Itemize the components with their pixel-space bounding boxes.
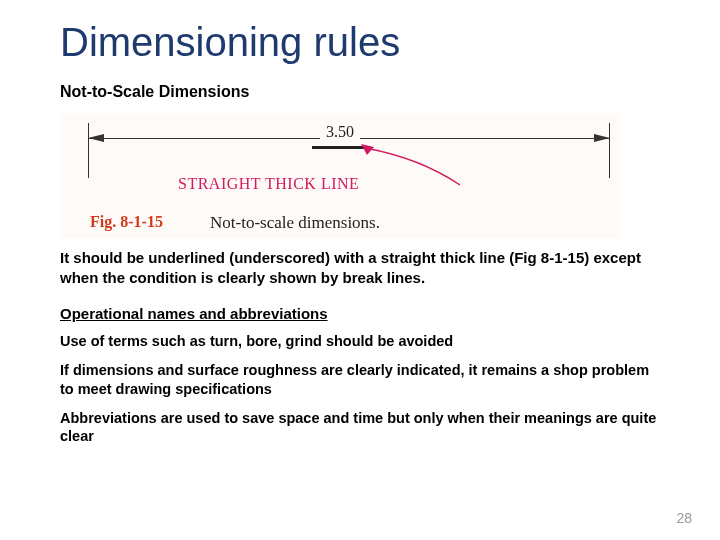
bullet-1: Use of terms such as turn, bore, grind s… — [0, 322, 720, 351]
straight-thick-line-label: STRAIGHT THICK LINE — [178, 175, 359, 193]
dimension-value: 3.50 — [320, 123, 360, 141]
page-title: Dimensioning rules — [0, 0, 720, 65]
page-number: 28 — [676, 510, 692, 526]
leader-arrow-icon — [360, 143, 480, 188]
bullet-3: Abbreviations are used to save space and… — [0, 399, 720, 447]
figure-diagram: 3.50 STRAIGHT THICK LINE Fig. 8-1-15 Not… — [60, 113, 620, 238]
paragraph-1: It should be underlined (underscored) wi… — [0, 238, 720, 287]
extension-line-left — [88, 123, 89, 178]
arrowhead-right-icon — [594, 134, 610, 142]
bullet-2: If dimensions and surface roughness are … — [0, 351, 720, 399]
extension-line-right — [609, 123, 610, 178]
arrowhead-left-icon — [88, 134, 104, 142]
section-heading-2: Operational names and abbreviations — [0, 287, 720, 322]
figure-number: Fig. 8-1-15 — [90, 213, 163, 231]
figure-caption: Not-to-scale dimensions. — [210, 213, 380, 233]
section-subtitle: Not-to-Scale Dimensions — [0, 65, 720, 101]
